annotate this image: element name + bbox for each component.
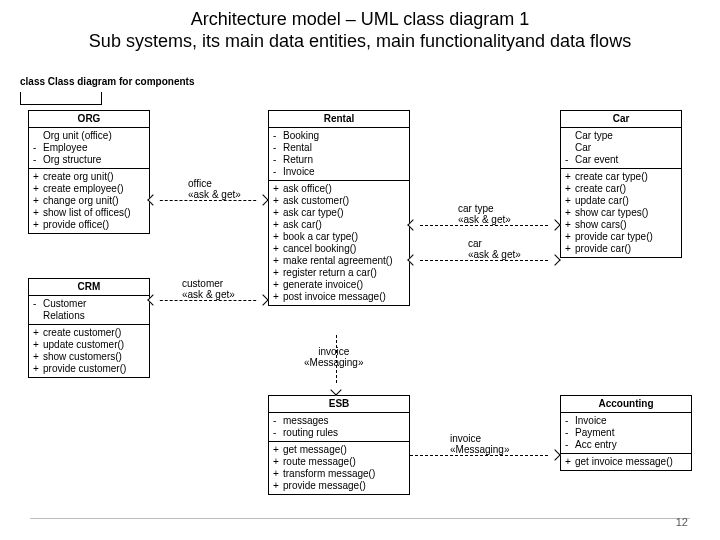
assoc-label-cartype: car type «ask & get» [458,203,511,225]
title-line-1: Architecture model – UML class diagram 1 [191,9,529,29]
class-attributes: -messages-routing rules [269,413,409,442]
dependency-esb-accounting [410,455,558,456]
class-name: ESB [269,396,409,413]
dependency-rental-car [410,260,558,261]
assoc-label-office: office «ask & get» [188,178,241,200]
class-operations: +ask office()+ask customer()+ask car typ… [269,181,409,305]
class-box-accounting: Accounting -Invoice-Payment-Acc entry +g… [560,395,692,471]
assoc-label-customer: customer «ask & get» [182,278,235,300]
diagram-canvas: Architecture model – UML class diagram 1… [0,0,720,540]
class-attributes: -Booking-Rental-Return-Invoice [269,128,409,181]
class-name: ORG [29,111,149,128]
title-line-2: Sub systems, its main data entities, mai… [89,31,631,51]
dependency-rental-car-type [410,225,558,226]
class-name: Rental [269,111,409,128]
class-operations: +get message()+route message()+transform… [269,442,409,494]
class-box-esb: ESB -messages-routing rules +get message… [268,395,410,495]
assoc-label-invoice-down: invoice «Messaging» [304,346,363,368]
class-attributes: -Invoice-Payment-Acc entry [561,413,691,454]
diagram-frame-label: class Class diagram for components [20,76,195,87]
class-operations: +create car type()+create car()+update c… [561,169,681,257]
class-operations: +create org unit()+create employee()+cha… [29,169,149,233]
class-name: CRM [29,279,149,296]
assoc-label-car: car «ask & get» [468,238,521,260]
page-title: Architecture model – UML class diagram 1… [0,0,720,56]
class-name: Accounting [561,396,691,413]
class-box-rental: Rental -Booking-Rental-Return-Invoice +a… [268,110,410,306]
class-operations: +get invoice message() [561,454,691,470]
dependency-crm-rental [150,300,266,301]
class-box-org: ORG Org unit (office)-Employee-Org struc… [28,110,150,234]
class-name: Car [561,111,681,128]
class-attributes: Org unit (office)-Employee-Org structure [29,128,149,169]
assoc-label-invoice-right: invoice «Messaging» [450,433,509,455]
dependency-org-rental [150,200,266,201]
page-number: 12 [676,516,688,528]
class-attributes: -CustomerRelations [29,296,149,325]
class-box-crm: CRM -CustomerRelations +create customer(… [28,278,150,378]
class-operations: +create customer()+update customer()+sho… [29,325,149,377]
class-attributes: Car typeCar-Car event [561,128,681,169]
footer-rule [30,518,690,519]
class-box-car: Car Car typeCar-Car event +create car ty… [560,110,682,258]
